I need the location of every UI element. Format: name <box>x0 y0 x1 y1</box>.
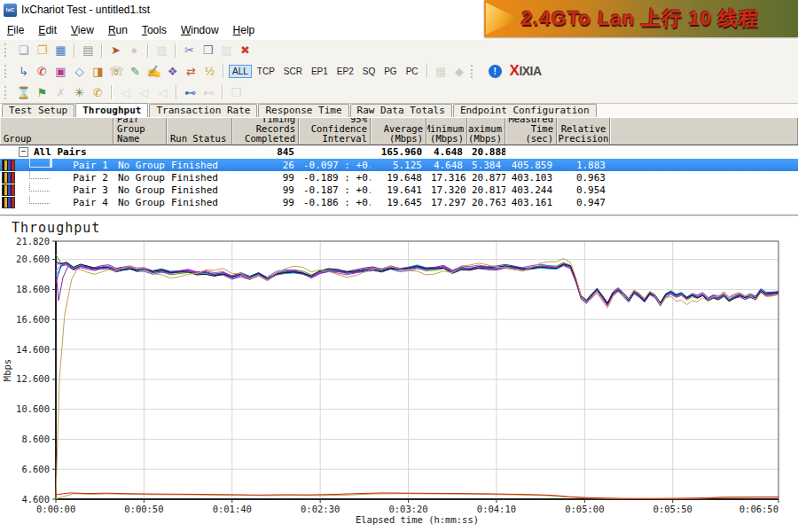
table-body: −All Pairs845165.9604.64820.888Pair 1No … <box>0 145 798 208</box>
add-pair-icon[interactable]: ↳ <box>15 63 32 80</box>
print-icon[interactable]: ▤ <box>80 42 97 59</box>
pair-group-cell: No Group <box>113 197 167 208</box>
replicate-pair-icon[interactable]: ❖ <box>164 63 181 80</box>
menu-run[interactable]: Run <box>101 21 135 39</box>
toolbar-drag-handle[interactable] <box>4 65 10 78</box>
filter-sq[interactable]: SQ <box>359 65 379 78</box>
edit-multiple-pairs-icon[interactable]: ✍ <box>145 63 162 80</box>
minimum-cell: 17.297 <box>426 197 467 208</box>
tree-connector <box>29 159 52 168</box>
column-header[interactable]: Average (Mbps) <box>371 118 426 145</box>
menu-file[interactable]: File <box>0 21 31 39</box>
minimum-cell: 4.648 <box>426 160 467 171</box>
set-run-options-icon[interactable]: ⚑ <box>34 84 51 101</box>
save-test-icon[interactable]: ▦ <box>52 42 69 59</box>
menu-help[interactable]: Help <box>226 21 262 39</box>
toolbar-drag-handle[interactable] <box>4 86 10 99</box>
svg-text:8.600: 8.600 <box>21 434 50 444</box>
collapse-icon[interactable]: − <box>19 147 28 157</box>
menu-tools[interactable]: Tools <box>135 21 174 39</box>
pair-name: Pair 2 <box>50 172 113 184</box>
unlink-pairs-icon: ⊷ <box>200 84 217 101</box>
pair-line-navy <box>56 263 778 305</box>
tab-test-setup[interactable]: Test Setup <box>2 104 74 117</box>
table-row-all-pairs[interactable]: −All Pairs845165.9604.64820.888 <box>0 145 798 159</box>
column-header[interactable]: Measured Time (sec) <box>505 118 557 145</box>
table-row-pair-4[interactable]: Pair 4No GroupFinished99-0.186 : +0.1861… <box>0 196 798 208</box>
tab-endpoint-configuration[interactable]: Endpoint Configuration <box>453 104 597 117</box>
info-icon[interactable]: ! <box>489 65 502 78</box>
add-hardware-voip-pair-icon[interactable]: ☏ <box>108 63 125 80</box>
tab-raw-data-totals[interactable]: Raw Data Totals <box>350 104 452 117</box>
toolbar-drag-handle[interactable] <box>4 43 10 57</box>
filter-all[interactable]: ALL <box>229 65 252 78</box>
toolbar-separator <box>147 43 149 58</box>
filter-ep1[interactable]: EP1 <box>308 65 332 78</box>
table-chart-splitter[interactable] <box>0 209 798 216</box>
column-header[interactable] <box>610 118 798 145</box>
cut-icon[interactable]: ✂ <box>181 42 198 59</box>
measured-time-cell: 405.859 <box>505 160 557 171</box>
average-cell: 165.960 <box>371 146 426 158</box>
table-row-pair-3[interactable]: Pair 3No GroupFinished99-0.187 : +0.1871… <box>0 184 798 196</box>
table-row-pair-1[interactable]: Pair 1No GroupFinished26-0.097 : +0.0975… <box>0 159 798 171</box>
filter-pc[interactable]: PC <box>403 65 422 78</box>
maximum-cell: 20.877 <box>467 172 505 184</box>
column-header[interactable]: Timing Records Completed <box>232 118 299 145</box>
toolbar-drag-handle[interactable] <box>471 65 476 78</box>
records-cell: 99 <box>232 172 299 184</box>
column-header[interactable]: Relative Precision <box>557 118 610 145</box>
column-header[interactable]: Maximum (Mbps) <box>467 118 505 145</box>
column-header[interactable]: 95% Confidence Interval <box>299 118 371 145</box>
menu-edit[interactable]: Edit <box>31 21 64 39</box>
column-header[interactable]: Run Status <box>167 118 232 145</box>
svg-text:0:04:10: 0:04:10 <box>477 504 516 514</box>
pair-name: Pair 3 <box>50 184 113 196</box>
swap-endpoints-icon[interactable]: ⇄ <box>183 63 200 80</box>
svg-text:14.600: 14.600 <box>16 344 50 355</box>
add-video-pair-icon[interactable]: ▣ <box>52 63 69 80</box>
toolbar-separator <box>101 43 103 58</box>
group-cell: −All Pairs <box>0 145 113 159</box>
average-cell: 19.648 <box>371 172 426 184</box>
filter-scr[interactable]: SCR <box>280 65 306 78</box>
pairs-table: GroupPair Group NameRun StatusTiming Rec… <box>0 117 798 208</box>
dialup-icon[interactable]: ✆ <box>90 84 106 101</box>
svg-text:21.820: 21.820 <box>16 236 50 246</box>
tab-response-time[interactable]: Response Time <box>258 104 348 117</box>
watermark-banner: 2.4GTo Lan 上行 10 线程 <box>484 0 798 37</box>
copy-icon[interactable]: ❒ <box>200 42 216 59</box>
filter-pg[interactable]: PG <box>380 65 400 78</box>
toolbar-separator <box>175 43 176 58</box>
toolbar-separator <box>426 64 428 78</box>
filter-tcp[interactable]: TCP <box>254 65 278 78</box>
group-cell: Pair 1 <box>0 159 113 171</box>
run-test-icon[interactable]: ➤ <box>107 42 124 59</box>
new-test-icon[interactable]: ❏ <box>15 42 32 59</box>
tab-throughput[interactable]: Throughput <box>75 103 148 117</box>
open-test-icon[interactable]: ❐ <box>34 42 51 59</box>
add-multicast-group-icon[interactable]: ◇ <box>71 63 88 80</box>
menu-view[interactable]: View <box>64 21 101 39</box>
tree-connector <box>29 196 50 204</box>
column-header[interactable]: Minimum (Mbps) <box>426 118 467 145</box>
endpoint-topology-icon[interactable]: ✳ <box>71 84 88 101</box>
column-header[interactable]: Group <box>0 118 113 145</box>
svg-text:0:00:00: 0:00:00 <box>36 504 75 514</box>
banner-text: 2.4GTo Lan 上行 10 线程 <box>520 5 760 32</box>
renumber-pairs-icon[interactable]: ½ <box>201 63 218 80</box>
stop-test-icon: ● <box>126 42 143 59</box>
edit-pair-icon[interactable]: ✎ <box>127 63 144 80</box>
tab-transaction-rate[interactable]: Transaction Rate <box>149 104 257 117</box>
poll-endpoints-icon[interactable]: ⌛ <box>15 84 32 101</box>
maximum-cell: 20.763 <box>467 197 505 208</box>
add-voip-pair-icon[interactable]: ✆ <box>34 63 51 80</box>
filter-ep2[interactable]: EP2 <box>333 65 357 78</box>
column-header[interactable]: Pair Group Name <box>113 118 167 145</box>
table-row-pair-2[interactable]: Pair 2No GroupFinished99-0.189 : +0.1891… <box>0 171 798 184</box>
menu-window[interactable]: Window <box>174 21 226 39</box>
link-pairs-icon[interactable]: ⊷ <box>182 84 199 101</box>
add-hardware-pair-icon[interactable]: ◨ <box>90 63 106 80</box>
paste-icon: ▧ <box>218 42 235 59</box>
delete-icon[interactable]: ✖ <box>237 42 254 59</box>
